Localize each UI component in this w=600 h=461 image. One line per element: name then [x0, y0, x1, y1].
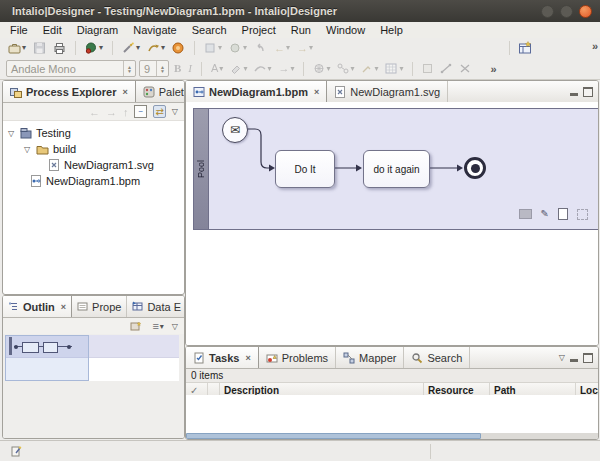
tree-item-bpm-file[interactable]: NewDiagram1.bpm — [3, 173, 184, 189]
tab-data-editor[interactable]: Data E — [127, 296, 185, 317]
connection-button[interactable]: ▾ — [335, 62, 356, 75]
view-menu-button[interactable]: ▽ — [559, 353, 565, 362]
tasks-table-body[interactable] — [186, 395, 598, 433]
tab-search[interactable]: Search — [404, 347, 470, 368]
bpmn-pool[interactable]: Pool ✉ Do It — [193, 108, 599, 230]
maximize-window-button[interactable] — [560, 5, 573, 18]
align-button[interactable] — [438, 62, 454, 75]
maximize-view-button[interactable] — [583, 353, 593, 363]
paste-style-button[interactable] — [420, 62, 435, 75]
expander-icon[interactable]: ▽ — [24, 145, 32, 154]
start-event[interactable]: ✉ — [222, 117, 248, 143]
view-menu-button[interactable]: ▽ — [172, 322, 178, 331]
scrollbar-thumb[interactable] — [186, 433, 481, 439]
grid-button[interactable]: ▾ — [383, 62, 405, 75]
close-icon[interactable]: × — [243, 353, 250, 363]
print-button[interactable] — [51, 41, 68, 55]
tab-palette[interactable]: Palette — [136, 81, 185, 102]
grid-toggle-icon[interactable] — [519, 209, 532, 219]
list-mode-button[interactable]: ≡ ▾ — [150, 320, 165, 333]
maximize-view-button[interactable] — [583, 87, 593, 97]
close-icon[interactable]: × — [59, 302, 66, 312]
minimize-window-button[interactable] — [541, 5, 554, 18]
validate-button[interactable]: ▾ — [83, 41, 105, 55]
close-icon[interactable]: × — [312, 87, 319, 97]
tree-item-svg-file[interactable]: NewDiagram1.svg — [3, 157, 184, 173]
task-do-it[interactable]: Do It — [275, 150, 335, 188]
editor-area: NewDiagram1.bpm × NewDiagram1.svg Pool — [185, 80, 599, 346]
back-icon: ← — [274, 43, 285, 54]
pool-corner-toolbar: ✎ — [519, 208, 588, 220]
tab-newdiagram-bpm[interactable]: NewDiagram1.bpm × — [186, 81, 327, 102]
external-tools-button[interactable]: ▾ — [202, 41, 224, 55]
outline-overview — [3, 334, 184, 438]
save-button[interactable] — [31, 41, 48, 55]
deploy-button[interactable]: ▾ — [145, 41, 167, 55]
selection-box-icon[interactable] — [577, 209, 588, 220]
link-with-editor-button[interactable]: ⇄ — [153, 105, 165, 118]
menu-window[interactable]: Window — [326, 24, 365, 36]
menu-navigate[interactable]: Navigate — [133, 24, 176, 36]
back-button[interactable]: ← ▾ — [272, 42, 292, 55]
toolbar-overflow-button[interactable]: » — [490, 63, 496, 75]
menu-search[interactable]: Search — [192, 24, 227, 36]
open-perspective-button[interactable] — [516, 40, 534, 55]
up-button[interactable]: ↑ — [123, 106, 129, 118]
italic-button[interactable]: I — [186, 62, 194, 75]
forward-button[interactable]: → — [106, 106, 117, 118]
menu-edit[interactable]: Edit — [43, 24, 62, 36]
back-button[interactable]: ← — [89, 106, 100, 118]
tab-problems[interactable]: Problems — [259, 347, 336, 368]
viewport-rectangle[interactable] — [5, 335, 89, 381]
status-edit-button[interactable] — [8, 444, 24, 459]
tab-properties[interactable]: Prope — [72, 296, 127, 317]
wizard-tool-button[interactable]: ▾ — [120, 41, 142, 55]
bold-button[interactable]: B — [172, 62, 183, 75]
pool-body[interactable]: ✉ Do It do it again ✎ — [209, 109, 598, 229]
tab-process-explorer[interactable]: Process Explorer × — [3, 81, 136, 102]
minimize-view-button[interactable] — [570, 359, 578, 362]
pool-label-bar[interactable]: Pool — [194, 109, 209, 229]
line-style-button[interactable]: ▾ — [252, 62, 273, 75]
process-server-button[interactable] — [170, 41, 187, 55]
expander-icon[interactable]: ▽ — [8, 129, 16, 138]
font-size-select[interactable]: 9 ▲▼ — [139, 60, 169, 77]
menu-file[interactable]: File — [10, 24, 28, 36]
pen-icon[interactable]: ✎ — [541, 209, 549, 219]
task-do-it-again[interactable]: do it again — [363, 150, 430, 188]
undo-button[interactable] — [252, 41, 269, 55]
toolbar-overflow-button[interactable]: » — [592, 40, 598, 52]
page-icon[interactable] — [558, 208, 568, 220]
new-wizard-button[interactable]: ▾ — [6, 41, 28, 55]
overview-mode-button[interactable] — [128, 320, 144, 333]
menu-diagram[interactable]: Diagram — [77, 24, 119, 36]
end-event[interactable] — [464, 157, 486, 179]
close-icon[interactable]: × — [121, 87, 128, 97]
chevron-down-icon: ▾ — [267, 65, 271, 73]
horizontal-scrollbar[interactable] — [186, 433, 598, 439]
view-menu-button[interactable]: ▽ — [172, 107, 178, 116]
effects-button[interactable]: ▾ — [311, 62, 332, 75]
tree-item-testing[interactable]: ▽ Testing — [3, 125, 184, 141]
fill-color-button[interactable]: ▾ — [228, 62, 249, 75]
font-color-button[interactable]: A ▾ — [209, 62, 225, 75]
close-window-button[interactable] — [579, 5, 592, 18]
menu-help[interactable]: Help — [380, 24, 403, 36]
tab-newdiagram-svg[interactable]: NewDiagram1.svg — [327, 81, 448, 102]
menu-run[interactable]: Run — [291, 24, 311, 36]
font-family-select[interactable]: Andale Mono ▲▼ — [6, 60, 136, 77]
minimize-view-button[interactable] — [570, 93, 578, 96]
forward-button[interactable]: → ▾ — [295, 42, 315, 55]
diagram-canvas[interactable]: Pool ✉ Do It — [186, 102, 598, 345]
collapse-all-button[interactable]: − — [134, 105, 147, 118]
tab-outline[interactable]: Outlin × — [3, 296, 72, 317]
stepper-icon: ▲▼ — [156, 61, 168, 76]
menu-project[interactable]: Project — [242, 24, 276, 36]
tree-item-build[interactable]: ▽ build — [3, 141, 184, 157]
layout-button[interactable]: ▾ — [359, 62, 380, 75]
distribute-button[interactable] — [457, 62, 473, 75]
debug-button[interactable]: ▾ — [227, 41, 249, 55]
arrow-style-button[interactable]: → ▾ — [276, 62, 296, 75]
tab-mapper[interactable]: Mapper — [336, 347, 404, 368]
tab-tasks[interactable]: Tasks × — [186, 347, 259, 368]
